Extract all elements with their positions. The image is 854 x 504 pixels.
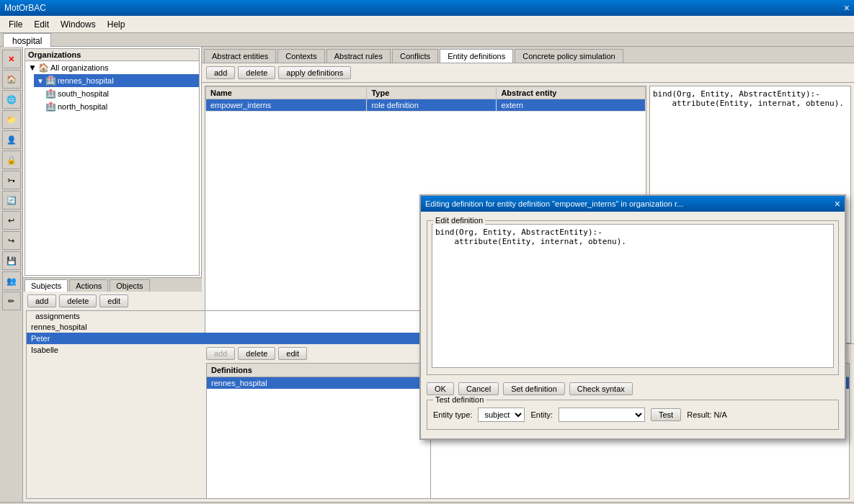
subjects-edit-button[interactable]: edit <box>99 294 128 307</box>
col-name: Name <box>206 87 367 99</box>
table-row[interactable]: empower_interns role definition extern <box>206 99 646 112</box>
entity-type-select[interactable]: subject action object <box>478 408 525 422</box>
edit-section-label: Edit definition <box>433 216 485 225</box>
entity-type-label: Entity type: <box>433 410 472 419</box>
dialog-title-bar: Editing definition for entity definition… <box>421 196 845 212</box>
menu-help[interactable]: Help <box>102 18 131 31</box>
menu-edit[interactable]: Edit <box>28 18 55 31</box>
dialog-body: Edit definition OK Cancel Set definition… <box>421 212 845 438</box>
tab-conflicts[interactable]: Conflicts <box>392 49 438 63</box>
icon-back[interactable]: ↩ <box>2 211 21 230</box>
assignments-label: assignments <box>32 312 83 320</box>
tree-root[interactable]: ▼ 🏠 All organizations <box>25 61 199 74</box>
menu-windows[interactable]: Windows <box>55 18 102 31</box>
title-bar: MotOrBAC × <box>0 0 854 16</box>
tab-subjects[interactable]: Subjects <box>25 279 68 292</box>
close-button[interactable]: × <box>844 2 850 14</box>
icon-forward[interactable]: ↪ <box>2 231 21 250</box>
edit-dialog: Editing definition for entity definition… <box>419 194 846 440</box>
cell-type: role definition <box>367 99 497 112</box>
title-bar-text: MotOrBAC <box>4 3 46 13</box>
icon-key[interactable]: 🗝 <box>2 171 21 189</box>
apply-definitions-button[interactable]: apply definitions <box>278 66 351 79</box>
tab-actions[interactable]: Actions <box>69 279 108 292</box>
icon-network[interactable]: 🌐 <box>2 90 21 109</box>
icon-lock[interactable]: 🔒 <box>2 150 21 169</box>
dialog-close-button[interactable]: × <box>835 198 840 210</box>
edit-definition-textarea[interactable] <box>432 224 834 368</box>
cell-name: empower_interns <box>206 99 367 112</box>
icon-close[interactable]: ✕ <box>2 50 21 68</box>
tab-concrete-policy[interactable]: Concrete policy simulation <box>515 49 623 63</box>
entity-select[interactable] <box>559 408 645 422</box>
check-syntax-button[interactable]: Check syntax <box>569 382 633 395</box>
set-definition-button[interactable]: Set definition <box>503 382 565 395</box>
assign-item-isabelle[interactable]: Isabelle <box>27 344 430 356</box>
tree-header: Organizations <box>25 49 199 61</box>
menu-file[interactable]: File <box>3 18 28 31</box>
tab-entity-definitions[interactable]: Entity definitions <box>440 49 513 63</box>
cell-abstract-entity: extern <box>497 99 646 112</box>
col-type: Type <box>367 87 497 99</box>
tree-item-rennes[interactable]: ▼ 🏥 rennes_hospital <box>34 74 199 87</box>
main-tabs: Abstract entities Contexts Abstract rule… <box>202 47 854 63</box>
icon-edit[interactable]: ✏ <box>2 292 21 310</box>
test-button[interactable]: Test <box>651 408 681 421</box>
assign-item-peter[interactable]: Peter <box>27 333 430 344</box>
left-icons-panel: ✕ 🏠 🌐 📁 👤 🔒 🗝 🔄 ↩ ↪ 💾 👥 ✏ <box>0 47 23 502</box>
organizations-tree: Organizations ▼ 🏠 All organizations ▼ 🏥 … <box>25 48 200 276</box>
assign-item-rennes[interactable]: rennes_hospital <box>27 321 430 333</box>
icon-user[interactable]: 👤 <box>2 130 21 149</box>
entity-toolbar: add delete apply definitions <box>202 63 854 83</box>
add-button[interactable]: add <box>206 66 235 79</box>
cancel-button[interactable]: Cancel <box>458 382 499 395</box>
dialog-buttons: OK Cancel Set definition Check syntax <box>427 378 839 397</box>
icon-refresh[interactable]: 🔄 <box>2 191 21 210</box>
tab-objects[interactable]: Objects <box>110 279 149 292</box>
subjects-delete-button[interactable]: delete <box>59 294 97 307</box>
icon-save[interactable]: 💾 <box>2 251 21 270</box>
sidebar: Organizations ▼ 🏠 All organizations ▼ 🏥 … <box>23 47 202 502</box>
icon-folder[interactable]: 📁 <box>2 110 21 129</box>
tab-contexts[interactable]: Contexts <box>277 49 324 63</box>
tree-item-north[interactable]: 🏥 north_hospital <box>43 100 199 113</box>
tab-abstract-rules[interactable]: Abstract rules <box>326 49 391 63</box>
subjects-add-button[interactable]: add <box>27 294 56 307</box>
icon-group[interactable]: 👥 <box>2 271 21 290</box>
test-row: Entity type: subject action object Entit… <box>433 405 832 425</box>
result-label: Result: N/A <box>687 410 727 419</box>
tab-abstract-entities[interactable]: Abstract entities <box>204 49 276 63</box>
edit-definition-section: Edit definition <box>427 220 839 375</box>
dialog-title: Editing definition for entity definition… <box>425 199 683 208</box>
assignments-group: assignments rennes_hospital Peter Isabel… <box>26 310 431 499</box>
tree-item-south[interactable]: 🏥 south_hospital <box>43 87 199 100</box>
test-section-label: Test definition <box>433 395 486 404</box>
menu-bar: File Edit Windows Help <box>0 16 854 33</box>
test-definition-section: Test definition Entity type: subject act… <box>427 400 839 430</box>
icon-home[interactable]: 🏠 <box>2 70 21 89</box>
bottom-left-panel: Subjects Actions Objects add delete edit… <box>23 277 434 502</box>
ok-button[interactable]: OK <box>427 382 454 395</box>
entity-table: Name Type Abstract entity empower_intern… <box>205 86 646 112</box>
assignments-list: rennes_hospital Peter Isabelle <box>27 321 430 356</box>
col-abstract-entity: Abstract entity <box>497 87 646 99</box>
delete-button[interactable]: delete <box>238 66 275 79</box>
entity-label: Entity: <box>530 410 553 419</box>
